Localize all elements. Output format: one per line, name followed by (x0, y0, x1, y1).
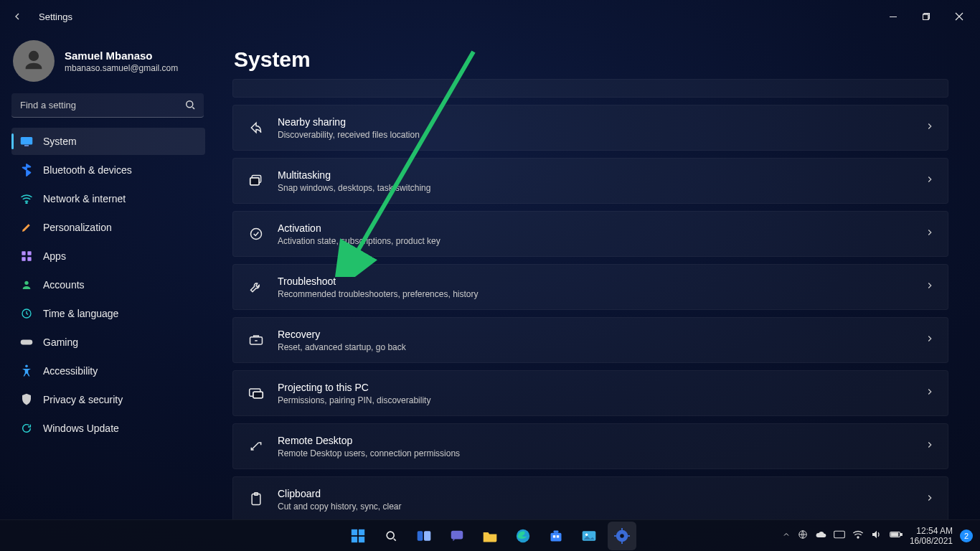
svg-rect-9 (27, 251, 31, 255)
system-item-partial-top[interactable] (232, 79, 948, 98)
notifications-count: 2 (964, 532, 969, 540)
card-texts: Nearby sharing Discoverability, received… (278, 116, 925, 140)
sidebar-item-personalization[interactable]: Personalization (11, 214, 205, 241)
system-item-recovery[interactable]: Recovery Reset, advanced startup, go bac… (232, 317, 948, 363)
card-texts: Troubleshoot Recommended troubleshooters… (278, 276, 925, 299)
card-desc: Activation state, subscriptions, product… (278, 236, 925, 246)
card-desc: Recommended troubleshooters, preferences… (278, 289, 925, 299)
svg-rect-30 (359, 536, 364, 542)
battery-icon[interactable] (890, 530, 903, 541)
sidebar-item-time[interactable]: Time & language (11, 300, 205, 327)
chevron-right-icon (925, 334, 935, 347)
wifi-icon[interactable] (852, 530, 864, 541)
remote-desktop-icon (246, 440, 266, 453)
svg-rect-49 (834, 531, 845, 537)
svg-rect-0 (890, 17, 897, 17)
photos-button[interactable] (575, 522, 603, 550)
chevron-right-icon (925, 174, 935, 187)
system-item-projecting[interactable]: Projecting to this PC Permissions, pairi… (232, 370, 948, 416)
maximize-button[interactable] (910, 5, 943, 28)
bluetooth-icon (20, 164, 33, 176)
svg-rect-28 (359, 529, 364, 534)
task-view-button[interactable] (410, 522, 438, 550)
svg-rect-47 (627, 535, 630, 537)
window-controls (877, 5, 976, 28)
sidebar-item-label: Time & language (43, 308, 118, 319)
minimize-icon (889, 12, 897, 21)
svg-point-31 (387, 532, 394, 539)
sidebar-item-label: System (43, 136, 77, 147)
card-title: Activation (278, 222, 925, 234)
sidebar-item-label: Apps (43, 250, 66, 262)
close-icon (955, 12, 963, 21)
titlebar-left: Settings (6, 5, 72, 28)
card-texts: Activation Activation state, subscriptio… (278, 222, 925, 246)
svg-rect-10 (22, 257, 25, 260)
card-texts: Recovery Reset, advanced startup, go bac… (278, 329, 925, 352)
person-icon (20, 278, 33, 291)
sidebar-item-label: Windows Update (43, 423, 119, 434)
shield-icon (20, 393, 33, 406)
sidebar-item-network[interactable]: Network & internet (11, 185, 205, 212)
svg-rect-32 (418, 531, 423, 541)
onedrive-icon[interactable] (815, 530, 826, 541)
task-view-icon (416, 529, 432, 542)
search-icon (184, 98, 197, 114)
edge-button[interactable] (509, 522, 537, 550)
sidebar-item-accessibility[interactable]: Accessibility (11, 357, 205, 385)
chat-icon (449, 528, 465, 544)
svg-rect-11 (27, 257, 31, 260)
store-button[interactable] (542, 522, 570, 550)
profile[interactable]: Samuel Mbanaso mbanaso.samuel@gmail.com (13, 40, 205, 82)
tray-language-icon[interactable] (798, 529, 808, 542)
edge-icon (515, 528, 531, 544)
close-button[interactable] (943, 5, 976, 28)
file-explorer-button[interactable] (476, 522, 504, 550)
tray-date: 16/08/2021 (910, 536, 953, 546)
wrench-icon (246, 280, 266, 294)
svg-rect-39 (557, 535, 559, 537)
system-item-troubleshoot[interactable]: Troubleshoot Recommended troubleshooters… (232, 264, 948, 310)
clipboard-icon (246, 492, 266, 507)
sidebar-item-apps[interactable]: Apps (11, 242, 205, 270)
titlebar: Settings (0, 0, 980, 33)
chevron-up-icon[interactable] (782, 530, 791, 541)
back-button[interactable] (6, 5, 29, 28)
sidebar-item-update[interactable]: Windows Update (11, 415, 205, 442)
sidebar-item-accounts[interactable]: Accounts (11, 271, 205, 298)
settings-button[interactable] (608, 522, 636, 550)
svg-rect-8 (22, 251, 25, 255)
system-list[interactable]: Nearby sharing Discoverability, received… (232, 79, 948, 519)
check-circle-icon (246, 227, 266, 241)
svg-rect-38 (553, 535, 555, 537)
start-button[interactable] (344, 522, 372, 550)
volume-icon[interactable] (871, 529, 882, 542)
card-title: Multitasking (278, 169, 925, 181)
chat-button[interactable] (443, 522, 471, 550)
taskbar-search-button[interactable] (377, 522, 405, 550)
system-item-activation[interactable]: Activation Activation state, subscriptio… (232, 211, 948, 257)
tray-clock[interactable]: 12:54 AM 16/08/2021 (910, 526, 953, 546)
search (11, 93, 204, 118)
system-tray: 12:54 AM 16/08/2021 2 (782, 526, 980, 546)
system-item-clipboard[interactable]: Clipboard Cut and copy history, sync, cl… (232, 476, 948, 519)
system-item-nearby[interactable]: Nearby sharing Discoverability, received… (232, 105, 948, 151)
card-title: Recovery (278, 329, 925, 340)
system-item-remote[interactable]: Remote Desktop Remote Desktop users, con… (232, 423, 948, 469)
sidebar-item-bluetooth[interactable]: Bluetooth & devices (11, 156, 205, 184)
svg-rect-5 (21, 137, 33, 145)
sidebar-item-system[interactable]: System (11, 128, 205, 155)
keyboard-icon[interactable] (834, 530, 845, 541)
avatar (13, 40, 55, 82)
system-item-multitasking[interactable]: Multitasking Snap windows, desktops, tas… (232, 158, 948, 204)
sidebar-item-gaming[interactable]: Gaming (11, 329, 205, 356)
card-title: Remote Desktop (278, 435, 925, 446)
chevron-right-icon (925, 227, 935, 240)
svg-point-41 (585, 533, 588, 535)
minimize-button[interactable] (877, 5, 910, 28)
search-input[interactable] (11, 93, 204, 118)
notifications-badge[interactable]: 2 (960, 529, 973, 542)
multitasking-icon (246, 174, 266, 187)
sidebar-item-privacy[interactable]: Privacy & security (11, 386, 205, 413)
sidebar: Samuel Mbanaso mbanaso.samuel@gmail.com … (0, 33, 215, 519)
